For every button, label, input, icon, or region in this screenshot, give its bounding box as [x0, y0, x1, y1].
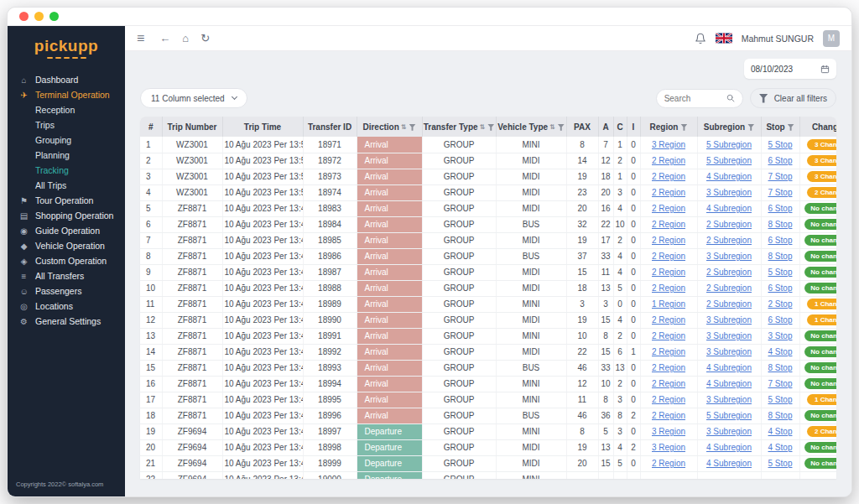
stop-link[interactable]: 7 Stop — [768, 379, 793, 388]
stop-link[interactable]: 8 Stop — [768, 252, 793, 261]
stop-link[interactable]: 6 Stop — [768, 156, 793, 165]
changes-badge[interactable]: No changes — [804, 458, 836, 469]
subregion-link[interactable]: 5 Subregion — [706, 411, 752, 420]
stop-link[interactable]: 4 Stop — [768, 347, 793, 356]
subregion-link[interactable]: 3 Subregion — [706, 427, 752, 436]
region-link[interactable]: 2 Region — [652, 283, 685, 293]
region-link[interactable]: 3 Region — [652, 443, 685, 452]
stop-link[interactable]: 6 Stop — [768, 204, 793, 213]
changes-badge[interactable]: 3 Change — [807, 155, 836, 166]
home-icon[interactable]: ⌂ — [182, 33, 189, 44]
column-header-pax[interactable]: PAX — [566, 117, 598, 137]
filter-icon[interactable] — [680, 124, 687, 131]
changes-badge[interactable]: 1 Change — [807, 394, 836, 405]
sort-icon[interactable]: ⇅ — [401, 123, 407, 131]
clear-filters-button[interactable]: Clear all filters — [774, 94, 827, 103]
changes-badge[interactable]: No changes — [804, 442, 836, 453]
sidebar-subitem-reception[interactable]: Reception — [8, 102, 125, 117]
region-link[interactable]: 2 Region — [652, 220, 685, 229]
stop-link[interactable]: 6 Stop — [768, 236, 793, 245]
changes-badge[interactable]: 1 Change — [807, 314, 836, 325]
changes-badge[interactable]: No changes — [804, 203, 836, 214]
column-header-c[interactable]: C — [613, 117, 627, 137]
column-header-transfer-id[interactable]: Transfer ID — [303, 117, 357, 137]
region-link[interactable]: 3 Region — [652, 140, 685, 149]
region-link[interactable]: 2 Region — [652, 347, 685, 356]
region-link[interactable]: 2 Region — [652, 395, 685, 404]
stop-link[interactable]: 8 Stop — [768, 411, 793, 420]
sidebar-item-guide-operation[interactable]: ◉Guide Operation — [8, 223, 125, 238]
column-header-stop[interactable]: Stop — [761, 117, 799, 137]
stop-link[interactable]: 5 Stop — [768, 140, 793, 149]
sidebar-item-terminal-operation[interactable]: ✈Terminal Operation — [8, 87, 125, 102]
back-icon[interactable]: ← — [159, 33, 170, 44]
sidebar-item-vehicle-operation[interactable]: ◆Vehicle Operation — [8, 238, 125, 253]
sidebar-item-general-settings[interactable]: ⚙General Settings — [8, 314, 125, 329]
sidebar-item-custom-operation[interactable]: ◈Custom Operation — [8, 253, 125, 268]
region-link[interactable]: 2 Region — [652, 315, 685, 325]
subregion-link[interactable]: 3 Subregion — [706, 331, 752, 340]
stop-link[interactable]: 3 Stop — [768, 331, 793, 340]
changes-badge[interactable]: No changes — [804, 283, 836, 294]
sort-icon[interactable]: ⇅ — [549, 123, 555, 131]
stop-link[interactable]: 7 Stop — [768, 188, 793, 197]
stop-link[interactable]: 2 Stop — [768, 299, 793, 309]
column-header-vehicle-type[interactable]: Vehicle Type⇅ — [496, 117, 566, 137]
changes-badge[interactable]: No changes — [804, 346, 836, 357]
changes-badge[interactable]: 2 Change — [807, 187, 836, 198]
region-link[interactable]: 2 Region — [652, 459, 685, 468]
changes-badge[interactable]: No changes — [804, 330, 836, 341]
stop-link[interactable]: 6 Stop — [768, 315, 793, 325]
menu-toggle-icon[interactable]: ≡ — [137, 32, 144, 45]
filter-icon[interactable] — [788, 124, 794, 131]
region-link[interactable]: 2 Region — [652, 252, 685, 261]
column-header-region[interactable]: Region — [640, 117, 697, 137]
stop-link[interactable]: 5 Stop — [768, 268, 793, 277]
region-link[interactable]: 2 Region — [652, 363, 685, 372]
subregion-link[interactable]: 2 Subregion — [706, 236, 752, 245]
changes-badge[interactable]: No changes — [804, 219, 836, 230]
stop-link[interactable]: 8 Stop — [768, 363, 793, 372]
sidebar-subitem-trips[interactable]: Trips — [8, 117, 125, 132]
changes-badge[interactable]: No changes — [804, 410, 836, 421]
region-link[interactable]: 2 Region — [652, 411, 685, 420]
subregion-link[interactable]: 2 Subregion — [706, 220, 752, 229]
refresh-icon[interactable]: ↻ — [200, 33, 210, 44]
region-link[interactable]: 2 Region — [652, 268, 685, 277]
region-link[interactable]: 2 Region — [652, 204, 685, 213]
subregion-link[interactable]: 3 Subregion — [706, 395, 752, 404]
subregion-link[interactable]: 4 Subregion — [706, 379, 752, 388]
filter-icon[interactable] — [409, 124, 416, 131]
close-window-button[interactable] — [19, 12, 29, 21]
subregion-link[interactable]: 4 Subregion — [706, 363, 752, 372]
subregion-link[interactable]: 2 Subregion — [706, 283, 752, 293]
region-link[interactable]: 3 Region — [652, 427, 685, 436]
region-link[interactable]: 2 Region — [652, 156, 685, 165]
sidebar-subitem-planning[interactable]: Planning — [8, 148, 125, 163]
sidebar-item-dashboard[interactable]: ⌂Dashboard — [8, 72, 125, 87]
language-flag-icon[interactable] — [716, 33, 732, 44]
stop-link[interactable]: 4 Stop — [768, 443, 793, 452]
stop-link[interactable]: 6 Stop — [768, 283, 793, 293]
changes-badge[interactable]: No changes — [804, 362, 836, 373]
sidebar-subitem-all-trips[interactable]: All Trips — [8, 178, 125, 193]
changes-badge[interactable]: No changes — [804, 378, 836, 389]
stop-link[interactable]: 5 Stop — [768, 459, 793, 468]
user-avatar[interactable]: M — [823, 30, 840, 47]
sidebar-item-locations[interactable]: ◎Locations — [8, 299, 125, 314]
filter-funnel-icon[interactable] — [759, 94, 768, 103]
subregion-link[interactable]: 2 Subregion — [706, 268, 752, 277]
column-header-a[interactable]: A — [598, 117, 613, 137]
region-link[interactable]: 2 Region — [652, 331, 685, 340]
column-header-subregion[interactable]: Subregion — [697, 117, 761, 137]
region-link[interactable]: 1 Region — [652, 299, 685, 309]
filter-icon[interactable] — [558, 124, 565, 131]
stop-link[interactable]: 8 Stop — [768, 220, 793, 229]
region-link[interactable]: 2 Region — [652, 379, 685, 388]
column-header-changes[interactable]: Changes — [799, 117, 836, 137]
region-link[interactable]: 2 Region — [652, 172, 685, 181]
region-link[interactable]: 2 Region — [652, 188, 685, 197]
changes-badge[interactable]: 2 Change — [807, 426, 836, 437]
column-header-trip-time[interactable]: Trip Time — [222, 117, 303, 137]
stop-link[interactable]: 4 Stop — [768, 427, 793, 436]
